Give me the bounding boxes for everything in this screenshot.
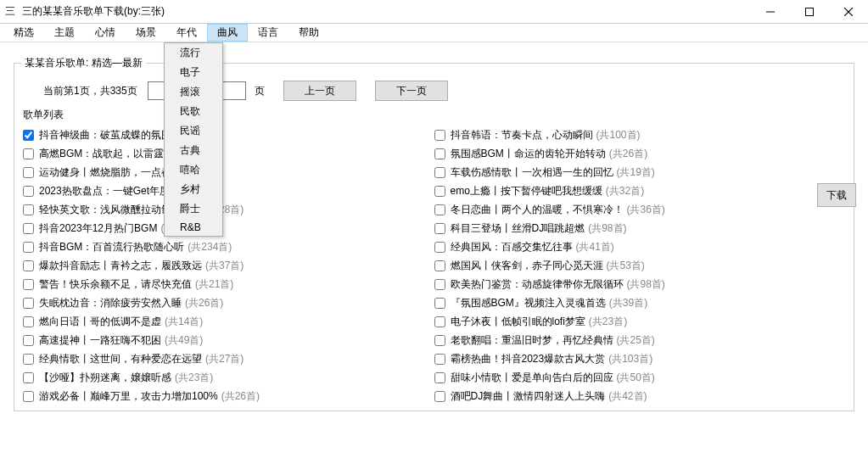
close-button[interactable] (829, 0, 868, 24)
playlist-checkbox[interactable] (23, 204, 34, 215)
playlist-checkbox[interactable] (434, 279, 445, 290)
playlist-row[interactable]: 冬日恋曲丨两个人的温暖，不惧寒冷！ (共36首) (434, 200, 846, 219)
playlist-count: (共26首) (185, 296, 223, 310)
playlist-title: 爆款抖音励志丨青衿之志，履践致远 (39, 259, 202, 273)
playlist-row[interactable]: 抖音神级曲：破茧成蝶的氛围 (首) (23, 126, 434, 144)
playlist-checkbox[interactable] (23, 223, 34, 234)
playlist-row[interactable]: 燃国风丨侠客剑，赤子同心觅天涯 (共53首) (434, 256, 846, 275)
playlist-row[interactable]: 车载伤感情歌丨一次相遇一生的回忆 (共19首) (434, 163, 846, 182)
playlist-checkbox[interactable] (434, 260, 445, 271)
playlist-checkbox[interactable] (23, 148, 34, 159)
dropdown-item-9[interactable]: R&B (165, 219, 222, 236)
playlist-row[interactable]: 酒吧DJ舞曲丨激情四射迷人上头嗨 (共42首) (434, 387, 846, 405)
playlist-row[interactable]: 经典国风：百感交集忆往事 (共41首) (434, 237, 846, 256)
playlist-row[interactable]: 燃向日语丨哥的低调不是虚 (共14首) (23, 312, 434, 331)
playlist-row[interactable]: 游戏必备丨巅峰万里，攻击力增加100% (共26首) (23, 387, 434, 405)
playlist-row[interactable]: 霸榜热曲！抖音2023爆款古风大赏 (共103首) (434, 349, 846, 368)
playlist-row[interactable]: 甜味小情歌丨爱是单向告白后的回应 (共50首) (434, 368, 846, 387)
playlist-checkbox[interactable] (23, 354, 34, 365)
playlist-count: (共50首) (617, 371, 655, 385)
download-button[interactable]: 下载 (817, 183, 856, 207)
dropdown-item-1[interactable]: 电子 (165, 63, 222, 82)
playlist-row[interactable]: 失眠枕边音：消除疲劳安然入睡 (共26首) (23, 293, 434, 312)
dropdown-item-6[interactable]: 嘻哈 (165, 160, 222, 180)
playlist-checkbox[interactable] (434, 186, 445, 197)
prev-page-button[interactable]: 上一页 (283, 81, 356, 101)
pager-info: 当前第1页，共335页 (43, 84, 137, 98)
playlist-row[interactable]: 电子沐夜丨低帧引眠的lofi梦室 (共23首) (434, 312, 846, 331)
playlist-checkbox[interactable] (434, 167, 445, 178)
playlist-row[interactable]: 欧美热门鉴赏：动感旋律带你无限循环 (共98首) (434, 275, 846, 293)
playlist-count: (共39首) (609, 296, 647, 310)
playlist-title: 经典国风：百感交集忆往事 (451, 240, 573, 254)
playlist-checkbox[interactable] (23, 260, 34, 271)
dropdown-item-3[interactable]: 民歌 (165, 102, 222, 121)
dropdown-item-2[interactable]: 摇滚 (165, 82, 222, 102)
playlist-title: 酒吧DJ舞曲丨激情四射迷人上头嗨 (451, 389, 606, 404)
playlist-row[interactable]: 高燃BGM：战歌起，以雷霆 (共21首) (23, 144, 434, 163)
playlist-checkbox[interactable] (434, 242, 445, 253)
playlist-count: (共234首) (188, 240, 232, 254)
playlist-checkbox[interactable] (23, 316, 34, 327)
playlist-checkbox[interactable] (23, 335, 34, 346)
playlist-row[interactable]: 老歌翻唱：重温旧时梦，再忆经典情 (共25首) (434, 331, 846, 349)
playlist-checkbox[interactable] (434, 354, 445, 365)
next-page-button[interactable]: 下一页 (375, 81, 448, 101)
menu-item-7[interactable]: 帮助 (288, 24, 329, 42)
menu-item-2[interactable]: 心情 (85, 24, 126, 42)
menu-item-4[interactable]: 年代 (166, 24, 207, 42)
playlist-row[interactable]: emo上瘾丨按下暂停键吧我想缓缓 (共32首) (434, 182, 846, 200)
playlist-checkbox[interactable] (23, 372, 34, 383)
dropdown-item-4[interactable]: 民谣 (165, 121, 222, 141)
group-title: 某某音乐歌单: 精选—最新 (21, 56, 146, 70)
playlist-title: 抖音韩语：节奏卡点，心动瞬间 (451, 128, 593, 142)
playlist-row[interactable]: 『氛围感BGM』视频注入灵魂首选 (共39首) (434, 293, 846, 312)
window-controls (751, 0, 868, 24)
playlist-checkbox[interactable] (434, 316, 445, 327)
menu-item-0[interactable]: 精选 (3, 24, 44, 42)
playlist-checkbox[interactable] (23, 391, 34, 402)
playlist-row[interactable]: 抖音BGM：百首流行热歌随心听 (共234首) (23, 237, 434, 256)
maximize-button[interactable] (790, 0, 829, 24)
playlist-checkbox[interactable] (23, 279, 34, 290)
playlist-row[interactable]: 轻快英文歌：浅风微醺拉动氤氲氛围 (共28首) (23, 200, 434, 219)
playlist-row[interactable]: 科目三登场丨丝滑DJ唱跳超燃 (共98首) (434, 219, 846, 237)
playlist-row[interactable]: 运动健身丨燃烧脂肪，一点都 (23, 163, 434, 182)
playlist-checkbox[interactable] (23, 298, 34, 309)
playlist-row[interactable]: 经典情歌丨这世间，有种爱恋在远望 (共27首) (23, 349, 434, 368)
playlist-checkbox[interactable] (434, 204, 445, 215)
minimize-button[interactable] (751, 0, 790, 24)
dropdown-item-0[interactable]: 流行 (165, 43, 222, 63)
menu-item-5[interactable]: 曲风 (207, 24, 248, 42)
menu-item-1[interactable]: 主题 (44, 24, 85, 42)
playlist-checkbox[interactable] (23, 167, 34, 178)
menu-item-3[interactable]: 场景 (126, 24, 166, 42)
playlist-checkbox[interactable] (23, 130, 34, 141)
playlist-checkbox[interactable] (434, 148, 445, 159)
playlist-row[interactable]: 2023热歌盘点：一键Get年度 (56首) (23, 182, 434, 200)
playlist-row[interactable]: 抖音韩语：节奏卡点，心动瞬间 (共100首) (434, 126, 846, 144)
window-title: 三的某某音乐歌单下载(by:三张) (22, 4, 165, 19)
dropdown-item-8[interactable]: 爵士 (165, 199, 222, 219)
playlist-row[interactable]: 氛围感BGM丨命运的齿轮开始转动 (共26首) (434, 144, 846, 163)
playlist-column-right: 抖音韩语：节奏卡点，心动瞬间 (共100首)氛围感BGM丨命运的齿轮开始转动 (… (434, 126, 846, 405)
playlist-checkbox[interactable] (434, 391, 445, 402)
playlist-checkbox[interactable] (434, 372, 445, 383)
playlist-count: (共49首) (165, 333, 203, 348)
playlist-row[interactable]: 【沙哑】扑朔迷离，嬢嬢听感 (共23首) (23, 368, 434, 387)
dropdown-item-7[interactable]: 乡村 (165, 180, 222, 199)
playlist-row[interactable]: 爆款抖音励志丨青衿之志，履践致远 (共37首) (23, 256, 434, 275)
playlist-checkbox[interactable] (23, 242, 34, 253)
playlist-checkbox[interactable] (434, 298, 445, 309)
playlist-count: (共41首) (576, 240, 614, 254)
playlist-checkbox[interactable] (434, 335, 445, 346)
playlist-row[interactable]: 警告！快乐余额不足，请尽快充值 (共21首) (23, 275, 434, 293)
playlist-checkbox[interactable] (434, 223, 445, 234)
playlist-checkbox[interactable] (23, 186, 34, 197)
playlist-row[interactable]: 抖音2023年12月热门BGM (共33首) (23, 219, 434, 237)
playlist-count: (共19首) (617, 165, 655, 180)
playlist-checkbox[interactable] (434, 130, 445, 141)
menu-item-6[interactable]: 语言 (248, 24, 288, 42)
playlist-row[interactable]: 高速提神丨一路狂嗨不犯困 (共49首) (23, 331, 434, 349)
dropdown-item-5[interactable]: 古典 (165, 141, 222, 160)
